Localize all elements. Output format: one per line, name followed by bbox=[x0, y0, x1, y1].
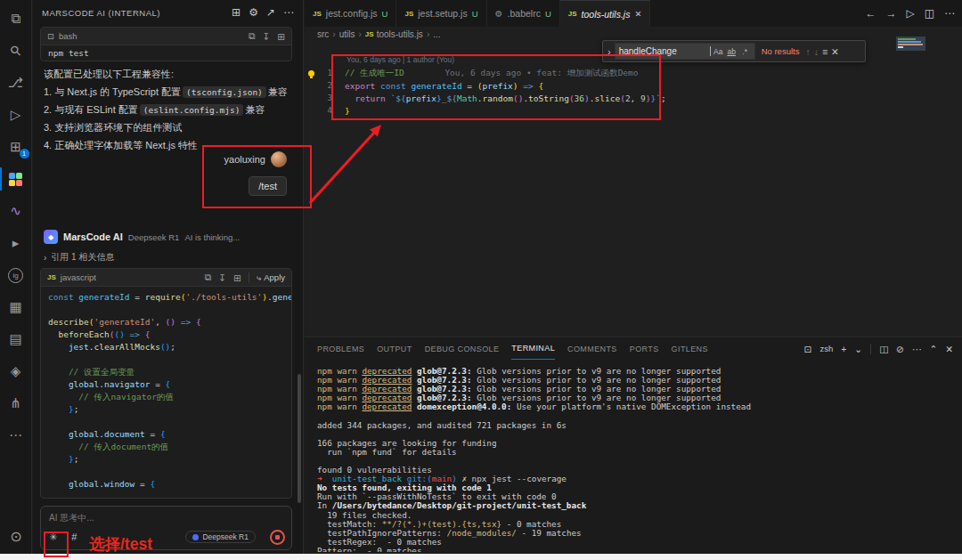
more-actions-icon[interactable]: ⋯ bbox=[944, 7, 955, 20]
panel-tab-comments[interactable]: COMMENTS bbox=[567, 337, 617, 360]
code-segment: './tools-utils' bbox=[186, 292, 263, 302]
navigate-forward-icon[interactable]: → bbox=[885, 7, 896, 20]
breadcrumb-item-tools-utils.js[interactable]: JStools-utils.js bbox=[365, 29, 423, 39]
find-in-selection-icon[interactable]: ≡ bbox=[822, 46, 827, 57]
minimap[interactable] bbox=[896, 37, 925, 51]
apply-label: Apply bbox=[264, 272, 285, 282]
tab-tools-utils.js[interactable]: JStools-utils.js✕ bbox=[560, 0, 651, 27]
lightbulb-icon[interactable] bbox=[308, 70, 314, 77]
code-line: describe('generateId', () => { bbox=[48, 316, 284, 329]
close-tab-icon[interactable]: ✕ bbox=[634, 9, 641, 19]
bottom-panel: PROBLEMSOUTPUTDEBUG CONSOLETERMINALCOMME… bbox=[305, 337, 962, 554]
wave-extension-icon[interactable]: ∿ bbox=[0, 198, 32, 224]
regex-toggle[interactable]: .* bbox=[739, 47, 751, 56]
code-segment: = bbox=[135, 479, 150, 489]
grid-extension-icon[interactable]: ▦ bbox=[0, 294, 32, 321]
toggle-replace-icon[interactable]: › bbox=[607, 46, 611, 57]
previous-match-icon[interactable]: ↑ bbox=[805, 46, 810, 57]
kill-terminal-icon[interactable]: ⊘ bbox=[896, 344, 904, 354]
close-panel-icon[interactable]: ✕ bbox=[945, 344, 953, 354]
code-segment: = bbox=[462, 81, 477, 91]
search-icon[interactable]: ⚲ bbox=[0, 37, 32, 64]
new-file-icon[interactable]: ⊞ bbox=[233, 272, 241, 283]
breadcrumb-item-src[interactable]: src bbox=[317, 29, 329, 39]
source-control-icon[interactable]: ⎇ bbox=[0, 69, 32, 96]
copy-icon[interactable]: ⧉ bbox=[249, 30, 256, 42]
close-find-icon[interactable]: ✕ bbox=[831, 46, 839, 57]
sidebar-scrollbar[interactable] bbox=[298, 374, 301, 503]
model-selector-badge[interactable]: Deepseek R1 bbox=[185, 531, 256, 543]
breadcrumb-item-...[interactable]: ... bbox=[433, 29, 440, 39]
more-icon[interactable]: ⋯ bbox=[283, 6, 294, 19]
panel-tab-problems[interactable]: PROBLEMS bbox=[317, 337, 364, 360]
tab-.babelrc[interactable]: ⚙.babelrcU bbox=[487, 0, 560, 27]
panel-tab-terminal[interactable]: TERMINAL bbox=[511, 337, 555, 360]
split-terminal-icon[interactable]: ◫ bbox=[879, 344, 888, 354]
code-segment bbox=[48, 417, 53, 426]
whole-word-toggle[interactable]: ab bbox=[726, 47, 738, 56]
explorer-icon[interactable]: ⧉ bbox=[0, 5, 32, 32]
commands-icon[interactable]: ✳ bbox=[49, 532, 57, 543]
code-line bbox=[48, 304, 284, 316]
js-file-icon: JS bbox=[404, 10, 413, 18]
code-line bbox=[48, 353, 284, 366]
tab-jest.setup.js[interactable]: JSjest.setup.jsU bbox=[396, 0, 486, 27]
code-segment: added 344 packages, and audited 721 pack… bbox=[317, 420, 567, 430]
compat-text: 兼容 bbox=[245, 103, 265, 117]
terminal-line: run `npm fund` for details bbox=[317, 448, 957, 457]
find-input[interactable]: handleChange Aa ab .* bbox=[615, 43, 755, 60]
run-debug-icon[interactable]: ▷ bbox=[0, 101, 32, 128]
run-circle-icon[interactable]: ▸ bbox=[0, 230, 32, 256]
navigate-back-icon[interactable]: ← bbox=[865, 7, 876, 20]
chat-input-box[interactable]: AI 思考中... ✳ # Deepseek R1 bbox=[40, 506, 292, 550]
split-editor-icon[interactable]: ◫ bbox=[925, 7, 934, 20]
new-terminal-icon[interactable]: + bbox=[841, 344, 846, 354]
account-icon[interactable]: ⊙ bbox=[10, 528, 21, 545]
layers-extension-icon[interactable]: ▤ bbox=[0, 326, 32, 353]
compat-list: 1. 与 Next.js 的 TypeScript 配置 (tsconfig.j… bbox=[44, 83, 296, 154]
panel-tab-output[interactable]: OUTPUT bbox=[377, 337, 412, 360]
editor-group: JSjest.config.jsUJSjest.setup.jsU⚙.babel… bbox=[305, 0, 962, 554]
panel-tab-ports[interactable]: PORTS bbox=[630, 337, 659, 360]
shell-label[interactable]: zsh bbox=[819, 344, 833, 353]
new-file-icon[interactable]: ⊞ bbox=[277, 31, 285, 42]
codelens-blame[interactable]: You, 6 days ago | 1 author (You) bbox=[346, 55, 454, 64]
new-chat-icon[interactable]: ⊞ bbox=[232, 6, 240, 19]
extensions-icon[interactable]: ⊞ 1 bbox=[0, 134, 32, 160]
panel-tab-debug-console[interactable]: DEBUG CONSOLE bbox=[425, 337, 500, 360]
maximize-panel-icon[interactable]: ⌃ bbox=[929, 344, 937, 354]
context-hash-icon[interactable]: # bbox=[71, 532, 77, 542]
more-panel-icon[interactable]: ⋯ bbox=[912, 344, 922, 354]
line-content: export const generateId = (prefix) => { bbox=[345, 81, 543, 91]
insert-icon[interactable]: ↧ bbox=[262, 31, 270, 42]
terminal-output[interactable]: npm warn deprecated glob@7.2.3: Glob ver… bbox=[317, 367, 957, 552]
run-file-icon[interactable]: ▷ bbox=[906, 7, 914, 20]
match-case-toggle[interactable]: Aa bbox=[713, 47, 724, 56]
export-icon[interactable]: ↗ bbox=[266, 6, 275, 19]
play-circle-icon: ▸ bbox=[12, 235, 20, 251]
insert-icon[interactable]: ↧ bbox=[218, 272, 226, 283]
compat-text: 1. 与 Next.js 的 TypeScript 配置 bbox=[44, 85, 181, 99]
line-content: return `${prefix}_${Math.random().toStri… bbox=[345, 93, 666, 103]
panel-tab-gitlens[interactable]: GITLENS bbox=[672, 337, 708, 360]
tab-jest.config.js[interactable]: JSjest.config.jsU bbox=[305, 0, 396, 27]
copy-icon[interactable]: ⧉ bbox=[205, 272, 212, 283]
breadcrumb-item-utils[interactable]: utils bbox=[339, 29, 355, 39]
apply-button[interactable]: ⤷ Apply bbox=[249, 272, 285, 283]
terminal-dropdown-icon[interactable]: ⌄ bbox=[854, 344, 862, 354]
ig-extension-icon[interactable]: ig bbox=[0, 262, 32, 288]
more-activity-icon[interactable]: ⋯ bbox=[0, 422, 32, 449]
sidebar-header: MARSCODE AI (INTERNAL) ⊞ ⚙ ↗ ⋯ bbox=[33, 0, 303, 25]
stop-generation-button[interactable] bbox=[270, 530, 285, 545]
fork-extension-icon[interactable]: ⋔ bbox=[0, 390, 32, 417]
next-match-icon[interactable]: ↓ bbox=[814, 46, 819, 57]
flask-extension-icon[interactable]: ◈ bbox=[0, 358, 32, 385]
code-segment: require bbox=[145, 292, 181, 302]
marscode-icon[interactable] bbox=[0, 166, 32, 192]
code-segment bbox=[48, 454, 69, 464]
editor-line: 2export const generateId = (prefix) => { bbox=[305, 79, 962, 92]
sidebar-title: MARSCODE AI (INTERNAL) bbox=[42, 8, 232, 18]
code-editor[interactable]: You, 6 days ago | 1 author (You) 1// 生成唯… bbox=[305, 41, 962, 337]
settings-gear-icon[interactable]: ⚙ bbox=[249, 6, 258, 19]
reference-toggle[interactable]: › 引用 1 相关信息 bbox=[44, 251, 114, 264]
